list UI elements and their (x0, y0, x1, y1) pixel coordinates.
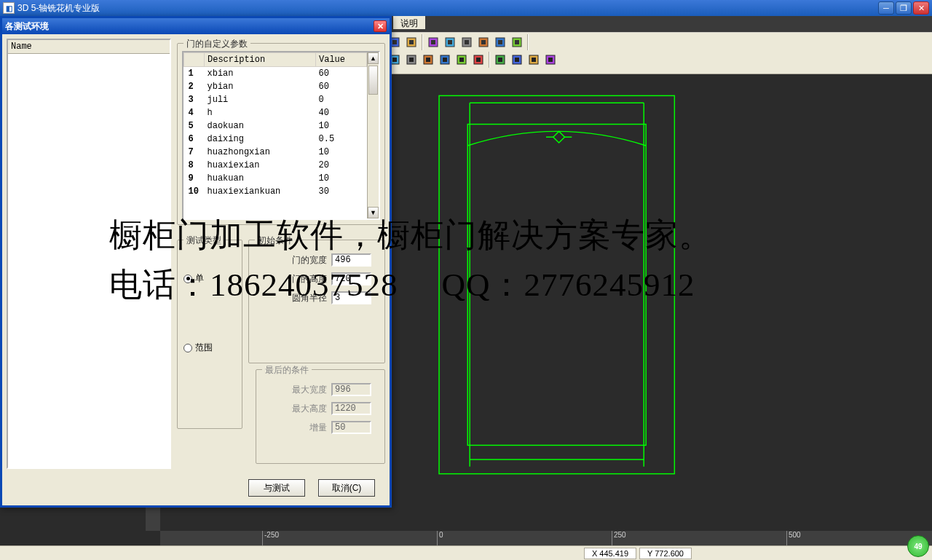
table-row[interactable]: 7 huazhongxian 10 (184, 146, 367, 159)
maxh-input (331, 402, 371, 415)
scroll-thumb[interactable] (368, 66, 378, 95)
group-legend: 初始条件 (255, 234, 296, 247)
cancel-button[interactable]: 取消(C) (318, 479, 375, 497)
row-number: 9 (184, 172, 205, 185)
ruler-tick: 250 (612, 531, 626, 545)
test-env-dialog: 各测试环境 ✕ Name 门的自定义参数 Description Value (0, 16, 392, 508)
line-icon[interactable] (475, 34, 491, 50)
row-value: 30 (316, 185, 367, 198)
svg-rect-109 (426, 58, 430, 62)
radio-icon (183, 275, 192, 283)
row-description: huaxiexiankuan (205, 185, 316, 198)
snap-icon[interactable] (425, 34, 441, 50)
svg-rect-119 (515, 58, 519, 62)
svg-rect-47 (409, 40, 414, 44)
table-row[interactable]: 6 daixing 0.5 (184, 133, 367, 146)
grid-icon[interactable] (442, 34, 458, 50)
path-icon[interactable] (492, 34, 508, 50)
radio-icon (183, 344, 192, 352)
menu-bar[interactable]: 说明 (393, 16, 425, 29)
maxw-label: 最大宽度 (292, 384, 327, 396)
svg-rect-107 (409, 58, 414, 62)
width-label: 门的宽度 (292, 254, 327, 267)
row-value: 0.5 (316, 133, 367, 146)
row-number: 10 (184, 185, 205, 198)
table-row[interactable]: 1 xbian 60 (184, 67, 367, 81)
row-number: 3 (184, 93, 205, 106)
name-list-body[interactable] (8, 54, 170, 467)
row-value: 0 (316, 93, 367, 106)
svg-rect-49 (431, 40, 435, 44)
last-conditions-group: 最后的条件 最大宽度 最大高度 增量 (256, 369, 385, 464)
svg-rect-111 (443, 58, 447, 62)
row-value: 40 (316, 106, 367, 119)
horizontal-ruler: -250 0 250 500 750 (160, 531, 932, 545)
abc-icon[interactable] (542, 52, 558, 68)
col-description[interactable]: Description (205, 53, 316, 67)
test-type-group: 测试类型 单 范围 (177, 240, 242, 429)
maxw-input (331, 383, 371, 396)
table-row[interactable]: 3 juli 0 (184, 93, 367, 106)
status-badge: 49 (907, 535, 929, 557)
row-description: juli (205, 93, 316, 106)
height-label: 门的高度 (292, 273, 327, 285)
radio-label: 单 (195, 272, 204, 285)
toolbar-separator (489, 52, 490, 68)
name-list-header[interactable]: Name (8, 40, 170, 54)
row-description: huaxiexian (205, 159, 316, 172)
dialog-close-button[interactable]: ✕ (374, 20, 387, 32)
pan-icon[interactable] (509, 52, 525, 68)
dialog-titlebar: 各测试环境 ✕ (2, 18, 390, 34)
close-button[interactable]: ✕ (913, 1, 929, 15)
toolbar-separator (527, 34, 529, 50)
dialog-title: 各测试环境 (5, 20, 49, 33)
minimize-button[interactable]: ─ (878, 1, 894, 15)
radio-single[interactable]: 单 (178, 269, 242, 288)
row-description: daokuan (205, 119, 316, 133)
row-description: h (205, 106, 316, 119)
col-value[interactable]: Value (316, 53, 367, 67)
test-button[interactable]: 与测试 (248, 479, 305, 497)
measure-icon[interactable] (403, 34, 419, 50)
cut-icon[interactable] (403, 52, 419, 68)
height-input[interactable] (331, 272, 371, 285)
table-row[interactable]: 4 h 40 (184, 106, 367, 119)
svg-rect-53 (465, 40, 469, 44)
layer-icon[interactable] (459, 34, 475, 50)
zoom-icon[interactable] (470, 52, 486, 68)
params-table[interactable]: Description Value 1 xbian 602 ybian 603 … (183, 52, 367, 198)
row-number: 7 (184, 146, 205, 159)
table-row[interactable]: 2 ybian 60 (184, 80, 367, 93)
del-icon[interactable] (454, 52, 470, 68)
radio-range[interactable]: 范围 (178, 339, 242, 357)
table-row[interactable]: 5 daokuan 10 (184, 119, 367, 133)
row-description: huazhongxian (205, 146, 316, 159)
incr-label: 增量 (309, 422, 327, 434)
table-row[interactable]: 8 huaxiexian 20 (184, 159, 367, 172)
group-legend: 最后的条件 (262, 364, 312, 376)
svg-rect-55 (481, 40, 486, 44)
3d-icon[interactable] (509, 34, 525, 50)
svg-rect-45 (392, 40, 397, 44)
fit-icon[interactable] (492, 52, 508, 68)
copy-icon[interactable] (420, 52, 436, 68)
radio-label: 范围 (195, 342, 213, 354)
radius-input[interactable] (331, 291, 371, 304)
scroll-down-icon[interactable]: ▼ (368, 207, 379, 218)
row-description: ybian (205, 80, 316, 93)
params-scrollbar[interactable]: ▲ ▼ (367, 52, 379, 218)
svg-rect-124 (439, 95, 674, 473)
palette-icon[interactable] (526, 52, 542, 68)
table-row[interactable]: 9 huakuan 10 (184, 172, 367, 185)
table-row[interactable]: 10 huaxiexiankuan 30 (184, 185, 367, 198)
width-input[interactable] (331, 253, 371, 267)
row-value: 20 (316, 159, 367, 172)
ruler-tick: 0 (437, 531, 443, 545)
incr-input (331, 421, 371, 434)
scroll-up-icon[interactable]: ▲ (368, 52, 379, 64)
svg-rect-113 (459, 58, 464, 62)
row-value: 60 (316, 67, 367, 81)
paste-icon[interactable] (437, 52, 453, 68)
row-number: 5 (184, 119, 205, 133)
maximize-button[interactable]: ❐ (896, 1, 912, 15)
